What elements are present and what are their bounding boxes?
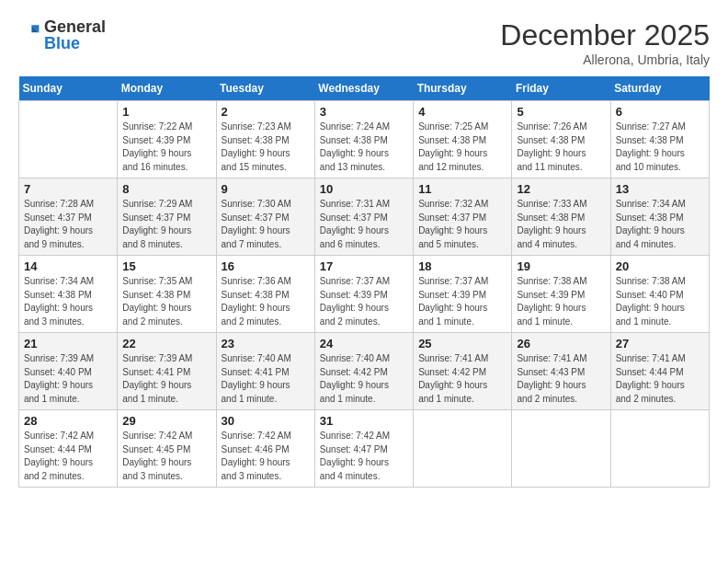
logo: General Blue [18,18,106,52]
day-number: 18 [418,259,506,273]
weekday-header-friday: Friday [512,76,610,101]
day-info: Sunrise: 7:42 AMSunset: 4:44 PMDaylight:… [24,430,112,483]
calendar-table: SundayMondayTuesdayWednesdayThursdayFrid… [18,76,710,488]
title-block: December 2025 Allerona, Umbria, Italy [500,18,710,67]
weekday-header-tuesday: Tuesday [216,76,314,101]
day-info: Sunrise: 7:38 AMSunset: 4:39 PMDaylight:… [517,275,605,328]
day-info: Sunrise: 7:35 AMSunset: 4:38 PMDaylight:… [122,275,210,328]
day-number: 31 [320,414,408,428]
calendar-cell: 17Sunrise: 7:37 AMSunset: 4:39 PMDayligh… [314,256,413,333]
calendar-cell: 4Sunrise: 7:25 AMSunset: 4:38 PMDaylight… [414,101,512,178]
day-info: Sunrise: 7:33 AMSunset: 4:38 PMDaylight:… [517,198,605,251]
calendar-cell: 28Sunrise: 7:42 AMSunset: 4:44 PMDayligh… [19,410,118,488]
day-info: Sunrise: 7:36 AMSunset: 4:38 PMDaylight:… [222,275,310,328]
day-info: Sunrise: 7:39 AMSunset: 4:40 PMDaylight:… [24,352,112,406]
calendar-cell: 1Sunrise: 7:22 AMSunset: 4:39 PMDaylight… [118,101,216,178]
calendar-cell: 31Sunrise: 7:42 AMSunset: 4:47 PMDayligh… [314,410,413,488]
weekday-header-row: SundayMondayTuesdayWednesdayThursdayFrid… [19,76,710,101]
day-info: Sunrise: 7:24 AMSunset: 4:38 PMDaylight:… [320,121,408,174]
day-number: 3 [320,105,408,119]
day-number: 24 [320,337,408,350]
day-info: Sunrise: 7:31 AMSunset: 4:37 PMDaylight:… [320,198,408,251]
calendar-cell: 22Sunrise: 7:39 AMSunset: 4:41 PMDayligh… [118,333,216,410]
calendar-cell: 26Sunrise: 7:41 AMSunset: 4:43 PMDayligh… [512,333,610,410]
day-info: Sunrise: 7:34 AMSunset: 4:38 PMDaylight:… [616,198,704,251]
day-number: 5 [517,105,605,119]
day-number: 15 [122,259,210,273]
month-title: December 2025 [500,18,710,52]
day-info: Sunrise: 7:42 AMSunset: 4:45 PMDaylight:… [122,430,210,483]
day-number: 1 [122,105,210,119]
day-number: 16 [222,259,310,273]
day-number: 29 [122,414,210,428]
calendar-week-row: 28Sunrise: 7:42 AMSunset: 4:44 PMDayligh… [19,410,710,488]
day-info: Sunrise: 7:30 AMSunset: 4:37 PMDaylight:… [222,198,310,251]
calendar-cell [512,410,610,488]
location-subtitle: Allerona, Umbria, Italy [500,52,710,67]
calendar-cell: 5Sunrise: 7:26 AMSunset: 4:38 PMDaylight… [512,101,610,178]
day-number: 22 [122,337,210,350]
day-info: Sunrise: 7:27 AMSunset: 4:38 PMDaylight:… [616,121,704,174]
calendar-cell: 27Sunrise: 7:41 AMSunset: 4:44 PMDayligh… [610,333,709,410]
weekday-header-saturday: Saturday [610,76,709,101]
day-info: Sunrise: 7:40 AMSunset: 4:41 PMDaylight:… [222,352,310,406]
weekday-header-monday: Monday [118,76,216,101]
calendar-cell: 24Sunrise: 7:40 AMSunset: 4:42 PMDayligh… [314,333,413,410]
day-number: 19 [517,259,605,273]
logo-blue: Blue [44,35,106,52]
day-number: 6 [616,105,704,119]
calendar-cell: 12Sunrise: 7:33 AMSunset: 4:38 PMDayligh… [512,178,610,256]
day-info: Sunrise: 7:40 AMSunset: 4:42 PMDaylight:… [320,352,408,406]
calendar-cell: 13Sunrise: 7:34 AMSunset: 4:38 PMDayligh… [610,178,709,256]
logo-general: General [44,18,106,35]
calendar-cell: 20Sunrise: 7:38 AMSunset: 4:40 PMDayligh… [610,256,709,333]
calendar-cell: 7Sunrise: 7:28 AMSunset: 4:37 PMDaylight… [19,178,118,256]
day-number: 17 [320,259,408,273]
day-info: Sunrise: 7:39 AMSunset: 4:41 PMDaylight:… [122,352,210,406]
calendar-cell: 30Sunrise: 7:42 AMSunset: 4:46 PMDayligh… [216,410,314,488]
calendar-week-row: 7Sunrise: 7:28 AMSunset: 4:37 PMDaylight… [19,178,710,256]
calendar-week-row: 21Sunrise: 7:39 AMSunset: 4:40 PMDayligh… [19,333,710,410]
day-number: 8 [122,182,210,196]
day-number: 26 [517,337,605,350]
day-number: 9 [222,182,310,196]
day-info: Sunrise: 7:25 AMSunset: 4:38 PMDaylight:… [418,121,506,174]
calendar-cell: 6Sunrise: 7:27 AMSunset: 4:38 PMDaylight… [610,101,709,178]
day-number: 28 [24,414,112,428]
calendar-cell: 23Sunrise: 7:40 AMSunset: 4:41 PMDayligh… [216,333,314,410]
weekday-header-thursday: Thursday [414,76,512,101]
calendar-cell: 21Sunrise: 7:39 AMSunset: 4:40 PMDayligh… [19,333,118,410]
day-number: 10 [320,182,408,196]
day-info: Sunrise: 7:38 AMSunset: 4:40 PMDaylight:… [616,275,704,328]
day-number: 4 [418,105,506,119]
day-info: Sunrise: 7:28 AMSunset: 4:37 PMDaylight:… [24,198,112,251]
day-info: Sunrise: 7:42 AMSunset: 4:46 PMDaylight:… [222,430,310,483]
calendar-cell: 10Sunrise: 7:31 AMSunset: 4:37 PMDayligh… [314,178,413,256]
day-info: Sunrise: 7:41 AMSunset: 4:44 PMDaylight:… [616,352,704,406]
day-number: 27 [616,337,704,350]
day-number: 23 [222,337,310,350]
calendar-cell: 14Sunrise: 7:34 AMSunset: 4:38 PMDayligh… [19,256,118,333]
day-info: Sunrise: 7:32 AMSunset: 4:37 PMDaylight:… [418,198,506,251]
logo-icon [18,22,40,44]
day-number: 20 [616,259,704,273]
calendar-cell: 2Sunrise: 7:23 AMSunset: 4:38 PMDaylight… [216,101,314,178]
calendar-cell: 25Sunrise: 7:41 AMSunset: 4:42 PMDayligh… [414,333,512,410]
day-number: 7 [24,182,112,196]
day-number: 13 [616,182,704,196]
page-header: General Blue December 2025 Allerona, Umb… [18,18,710,67]
calendar-cell: 15Sunrise: 7:35 AMSunset: 4:38 PMDayligh… [118,256,216,333]
day-info: Sunrise: 7:23 AMSunset: 4:38 PMDaylight:… [222,121,310,174]
day-number: 25 [418,337,506,350]
day-number: 11 [418,182,506,196]
day-info: Sunrise: 7:22 AMSunset: 4:39 PMDaylight:… [122,121,210,174]
day-info: Sunrise: 7:34 AMSunset: 4:38 PMDaylight:… [24,275,112,328]
day-info: Sunrise: 7:41 AMSunset: 4:42 PMDaylight:… [418,352,506,406]
calendar-cell: 29Sunrise: 7:42 AMSunset: 4:45 PMDayligh… [118,410,216,488]
day-number: 14 [24,259,112,273]
calendar-cell: 8Sunrise: 7:29 AMSunset: 4:37 PMDaylight… [118,178,216,256]
day-number: 21 [24,337,112,350]
day-number: 12 [517,182,605,196]
day-info: Sunrise: 7:42 AMSunset: 4:47 PMDaylight:… [320,430,408,483]
calendar-cell: 11Sunrise: 7:32 AMSunset: 4:37 PMDayligh… [414,178,512,256]
